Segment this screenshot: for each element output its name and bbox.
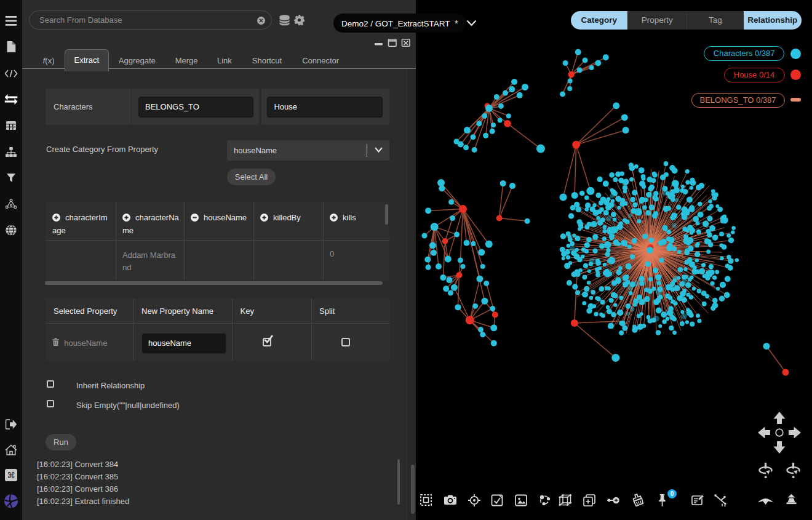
- svg-text:⌘: ⌘: [7, 471, 15, 480]
